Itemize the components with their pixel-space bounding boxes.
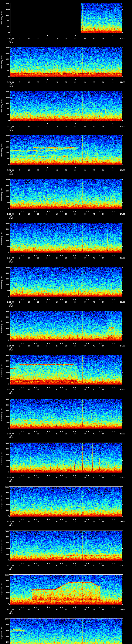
x-tick-label-25s: 25: [54, 257, 59, 259]
x-tick-label-30s: 30: [64, 609, 68, 610]
x-tick-label-35s: 35: [73, 125, 78, 127]
y-tick-label-600: 600: [4, 322, 9, 324]
x-tick-label-25s: 25: [54, 565, 59, 566]
x-tick-label-55s: 55: [110, 345, 115, 347]
y-tick-label-800: 800: [4, 96, 9, 98]
x-tick-label-5s: 5: [17, 565, 22, 566]
date-year-label: 2016: [5, 613, 16, 614]
y-tick-label-800: 800: [4, 536, 9, 538]
x-tick-label-55s: 55: [110, 521, 115, 522]
x-tick-label-10s: 10: [26, 213, 31, 215]
x-tick-label-20s: 20: [45, 125, 50, 127]
y-tick-label-800: 800: [4, 492, 9, 494]
panel-end-time: 11:00: [118, 81, 127, 83]
y-tick-label-1000: 1000: [4, 354, 9, 356]
x-tick-label-25s: 25: [54, 169, 59, 171]
spectrogram-panel-5-22-00: Frequency (Hz)10008006004002000510152025…: [0, 572, 132, 616]
x-tick-label-35s: 35: [73, 37, 78, 39]
x-tick-label-40s: 40: [82, 389, 87, 391]
x-tick-label-55s: 55: [110, 301, 115, 303]
y-tick-label-600: 600: [4, 190, 9, 192]
x-tick-label-25s: 25: [54, 433, 59, 435]
y-tick-label-1000: 1000: [4, 574, 9, 576]
y-tick-label-600: 600: [4, 234, 9, 236]
y-tick-label-200: 200: [4, 158, 9, 159]
x-tick-label-45s: 45: [92, 213, 96, 215]
x-tick-label-55s: 55: [110, 609, 115, 610]
spectrogram-canvas: [0, 616, 132, 644]
x-tick-label-55s: 55: [110, 477, 115, 478]
x-tick-label-10s: 10: [26, 565, 31, 566]
date-year-label: 2016: [5, 525, 16, 526]
y-tick-label-0: 0: [4, 383, 9, 385]
x-tick-label-20s: 20: [45, 433, 50, 435]
spectrogram-panel-5-23-00: Frequency (Hz)10008006004002000510152025…: [0, 616, 132, 644]
y-tick-label-1000: 1000: [4, 442, 9, 444]
y-axis-label: Frequency (Hz): [1, 184, 2, 204]
x-tick-label-30s: 30: [64, 301, 68, 303]
y-tick-label-400: 400: [4, 284, 9, 286]
y-tick-label-800: 800: [4, 624, 9, 626]
y-tick-label-400: 400: [4, 548, 9, 549]
spectrogram-panel-5-16-00: Frequency (Hz)10008006004002000510152025…: [0, 308, 132, 352]
y-tick-label-1000: 1000: [4, 3, 9, 4]
x-tick-label-30s: 30: [64, 345, 68, 347]
x-tick-label-10s: 10: [26, 521, 31, 522]
x-tick-label-45s: 45: [92, 389, 96, 391]
x-tick-label-10s: 10: [26, 345, 31, 347]
x-tick-label-35s: 35: [73, 609, 78, 610]
y-tick-label-400: 400: [4, 108, 9, 110]
panel-end-time: 15:00: [118, 257, 127, 259]
y-tick-label-200: 200: [4, 70, 9, 71]
y-tick-label-800: 800: [4, 448, 9, 450]
x-tick-label-25s: 25: [54, 125, 59, 127]
panel-end-time: 21:00: [118, 521, 127, 522]
x-tick-label-45s: 45: [92, 433, 96, 435]
y-tick-label-200: 200: [4, 290, 9, 291]
x-tick-label-40s: 40: [82, 345, 87, 347]
date-year-label: 2016: [5, 481, 16, 482]
y-tick-label-600: 600: [4, 278, 9, 280]
x-tick-label-20s: 20: [45, 301, 50, 303]
spectrogram-panel-5-09-00: Frequency (Hz)10008006004002000510152025…: [0, 0, 132, 44]
y-axis-label: Frequency (Hz): [1, 359, 2, 380]
spectrogram-panel-5-18-00: Frequency (Hz)10008006004002000510152025…: [0, 396, 132, 440]
x-tick-label-10s: 10: [26, 477, 31, 478]
x-tick-label-50s: 50: [101, 433, 106, 435]
x-tick-label-20s: 20: [45, 213, 50, 215]
y-tick-label-600: 600: [4, 586, 9, 588]
x-tick-label-55s: 55: [110, 565, 115, 566]
y-axis-label: Frequency (Hz): [1, 140, 2, 160]
x-tick-label-55s: 55: [110, 169, 115, 171]
x-tick-label-35s: 35: [73, 433, 78, 435]
x-tick-label-35s: 35: [73, 389, 78, 391]
x-tick-label-5s: 5: [17, 125, 22, 127]
x-tick-label-15s: 15: [36, 433, 40, 435]
y-tick-label-600: 600: [4, 58, 9, 60]
x-tick-label-5s: 5: [17, 433, 22, 435]
x-tick-label-45s: 45: [92, 169, 96, 171]
x-tick-label-15s: 15: [36, 609, 40, 610]
x-tick-label-35s: 35: [73, 213, 78, 215]
x-tick-label-15s: 15: [36, 257, 40, 259]
x-tick-label-30s: 30: [64, 125, 68, 127]
x-tick-label-55s: 55: [110, 389, 115, 391]
y-tick-label-0: 0: [4, 32, 9, 33]
spectrogram-panel-5-13-00: Frequency (Hz)10008006004002000510152025…: [0, 176, 132, 220]
x-tick-label-10s: 10: [26, 389, 31, 391]
y-tick-label-800: 800: [4, 316, 9, 318]
y-tick-label-600: 600: [4, 14, 9, 16]
y-axis-label: Frequency (Hz): [1, 272, 2, 292]
panel-end-time: 20:00: [118, 477, 127, 478]
y-tick-label-600: 600: [4, 454, 9, 456]
x-tick-label-40s: 40: [82, 169, 87, 171]
x-tick-label-5s: 5: [17, 389, 22, 391]
y-tick-label-400: 400: [4, 64, 9, 66]
x-tick-label-40s: 40: [82, 477, 87, 478]
x-tick-label-20s: 20: [45, 521, 50, 522]
y-tick-label-1000: 1000: [4, 618, 9, 620]
x-tick-label-5s: 5: [17, 257, 22, 259]
y-tick-label-200: 200: [4, 597, 9, 599]
panel-end-time: 23:00: [118, 609, 127, 610]
x-tick-label-45s: 45: [92, 301, 96, 303]
